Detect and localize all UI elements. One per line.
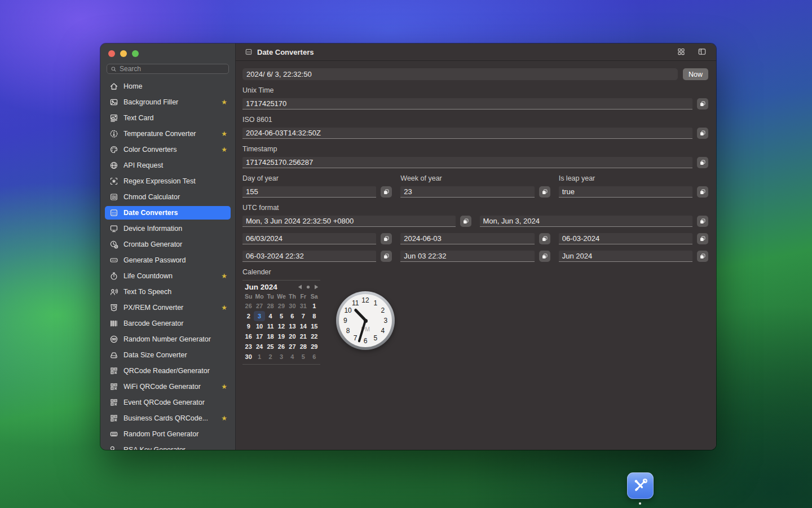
calendar-day[interactable]: 6 xyxy=(287,311,298,321)
sidebar-item-wifi-qrcode-generator[interactable]: WiFi QRCode Generator ★ xyxy=(105,380,231,393)
calendar-day[interactable]: 5 xyxy=(276,311,286,321)
date-dash-field[interactable] xyxy=(559,233,692,244)
calendar-day[interactable]: 4 xyxy=(265,311,276,321)
is-leap-year-field[interactable] xyxy=(559,186,692,198)
calendar-day[interactable]: 25 xyxy=(265,341,276,352)
copy-button[interactable] xyxy=(381,186,392,198)
copy-button[interactable] xyxy=(697,157,708,168)
calendar-day[interactable]: 9 xyxy=(243,321,254,331)
sidebar-item-color-converters[interactable]: Color Converters ★ xyxy=(105,143,231,156)
copy-button[interactable] xyxy=(697,251,708,262)
calendar-day[interactable]: 10 xyxy=(254,321,264,331)
calendar-day-selected[interactable]: 3 xyxy=(254,311,264,321)
calendar-day[interactable]: 31 xyxy=(298,301,308,311)
copy-button[interactable] xyxy=(697,128,708,139)
calendar-day[interactable]: 1 xyxy=(309,301,320,311)
calendar-day[interactable]: 21 xyxy=(298,331,308,341)
search-box[interactable] xyxy=(107,64,229,74)
copy-button[interactable] xyxy=(381,251,392,262)
search-input[interactable] xyxy=(120,65,225,73)
sidebar-item-date-converters[interactable]: Date Converters ★ xyxy=(105,206,231,220)
sidebar-item-background-filler[interactable]: Background Filler ★ xyxy=(105,95,231,109)
calendar-day[interactable]: 28 xyxy=(298,341,308,352)
copy-button[interactable] xyxy=(539,186,550,198)
copy-button[interactable] xyxy=(539,233,550,244)
calendar-day[interactable]: 19 xyxy=(276,331,286,341)
sidebar-item-life-countdown[interactable]: Life Countdown ★ xyxy=(105,269,231,283)
calendar-day[interactable]: 20 xyxy=(287,331,298,341)
sidebar-item-api-request[interactable]: API Request ★ xyxy=(105,159,231,172)
sidebar-item-business-cards-qrcode[interactable]: Business Cards QRCode... ★ xyxy=(105,411,231,425)
sidebar-item-qrcode-reader-generator[interactable]: QRCode Reader/Generator ★ xyxy=(105,364,231,378)
sidebar-item-barcode-generator[interactable]: Barcode Generator ★ xyxy=(105,317,231,330)
copy-button[interactable] xyxy=(697,98,708,110)
calendar-day[interactable]: 5 xyxy=(298,352,308,362)
calendar-day[interactable]: 26 xyxy=(276,341,286,352)
calendar-day[interactable]: 18 xyxy=(265,331,276,341)
copy-button[interactable] xyxy=(697,186,708,198)
sidebar-item-temperature-converter[interactable]: Temperature Converter ★ xyxy=(105,127,231,141)
calendar-day[interactable]: 29 xyxy=(276,301,286,311)
calendar-today-icon[interactable] xyxy=(306,285,310,289)
calendar-day[interactable]: 30 xyxy=(287,301,298,311)
calendar-day[interactable]: 2 xyxy=(265,352,276,362)
date-iso-field[interactable] xyxy=(400,233,534,244)
month-day-time-field[interactable] xyxy=(400,251,534,262)
sidebar-item-generate-password[interactable]: Generate Password ★ xyxy=(105,253,231,267)
calendar-day[interactable]: 26 xyxy=(243,301,254,311)
calendar-day[interactable]: 1 xyxy=(254,352,264,362)
copy-button[interactable] xyxy=(460,216,471,227)
timestamp-field[interactable] xyxy=(242,157,692,168)
calendar-day[interactable]: 2 xyxy=(243,311,254,321)
sidebar-item-regex-expression-test[interactable]: Regex Expression Test ★ xyxy=(105,174,231,188)
calendar-prev-icon[interactable] xyxy=(298,284,302,290)
calendar-next-icon[interactable] xyxy=(314,284,319,290)
utc-long-field[interactable] xyxy=(242,216,456,227)
calendar-day[interactable]: 15 xyxy=(309,321,320,331)
sidebar-item-random-port-generator[interactable]: Random Port Generator ★ xyxy=(105,427,231,441)
sidebar-item-crontab-generator[interactable]: Crontab Generator ★ xyxy=(105,238,231,251)
calendar-day[interactable]: 8 xyxy=(309,311,320,321)
copy-button[interactable] xyxy=(697,216,708,227)
date-dash-time-field[interactable] xyxy=(242,251,376,262)
toggle-sidebar-button[interactable] xyxy=(697,47,707,56)
calendar-day[interactable]: 14 xyxy=(298,321,308,331)
calendar-day[interactable]: 27 xyxy=(287,341,298,352)
sidebar-item-text-card[interactable]: Text Card ★ xyxy=(105,111,231,125)
calendar-day[interactable]: 29 xyxy=(309,341,320,352)
calendar-day[interactable]: 7 xyxy=(298,311,308,321)
week-of-year-field[interactable] xyxy=(400,186,534,198)
calendar-day[interactable]: 3 xyxy=(276,352,286,362)
sidebar-item-rsa-key-generator[interactable]: RSA Key Generator ★ xyxy=(105,443,231,450)
calendar-day[interactable]: 27 xyxy=(254,301,264,311)
grid-view-button[interactable] xyxy=(676,47,686,56)
calendar-day[interactable]: 16 xyxy=(243,331,254,341)
sidebar-item-event-qrcode-generator[interactable]: Event QRCode Generator ★ xyxy=(105,396,231,409)
sidebar-item-home[interactable]: Home ★ xyxy=(105,80,231,93)
sidebar-item-device-information[interactable]: Device Information ★ xyxy=(105,222,231,235)
now-button[interactable]: Now xyxy=(683,68,708,80)
close-button[interactable] xyxy=(108,50,115,57)
calendar-day[interactable]: 22 xyxy=(309,331,320,341)
unix-time-field[interactable] xyxy=(242,98,692,110)
sidebar-item-data-size-converter[interactable]: Data Size Converter ★ xyxy=(105,348,231,362)
copy-button[interactable] xyxy=(697,233,708,244)
calendar-day[interactable]: 30 xyxy=(243,352,254,362)
devtoys-dock-icon[interactable] xyxy=(627,472,654,499)
sidebar-item-random-number-generator[interactable]: Random Number Generator ★ xyxy=(105,332,231,346)
zoom-button[interactable] xyxy=(132,50,139,57)
day-of-year-field[interactable] xyxy=(242,186,376,198)
sidebar-item-px-rem-converter[interactable]: PX/REM Converter ★ xyxy=(105,301,231,314)
calendar-day[interactable]: 23 xyxy=(243,341,254,352)
calendar-day[interactable]: 12 xyxy=(276,321,286,331)
month-year-field[interactable] xyxy=(559,251,692,262)
utc-short-field[interactable] xyxy=(480,216,693,227)
copy-button[interactable] xyxy=(381,233,392,244)
sidebar-item-text-to-speech[interactable]: Text To Speech ★ xyxy=(105,285,231,299)
calendar-day[interactable]: 24 xyxy=(254,341,264,352)
calendar-day[interactable]: 17 xyxy=(254,331,264,341)
datetime-picker-field[interactable] xyxy=(242,68,678,80)
calendar-day[interactable]: 6 xyxy=(309,352,320,362)
calendar-day[interactable]: 13 xyxy=(287,321,298,331)
calendar-day[interactable]: 4 xyxy=(287,352,298,362)
